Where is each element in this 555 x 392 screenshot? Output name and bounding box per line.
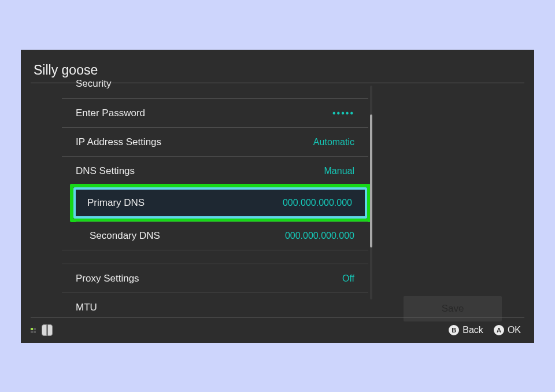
hint-label: Back: [462, 325, 483, 335]
row-label: MTU: [76, 302, 97, 313]
row-value: 000.000.000.000: [283, 198, 352, 208]
scrollbar[interactable]: [370, 86, 372, 299]
scrollbar-thumb[interactable]: [370, 114, 372, 247]
a-button-icon: A: [494, 325, 504, 335]
footer: B Back A OK: [31, 317, 524, 343]
controller-icon: [42, 324, 53, 336]
row-value: Automatic: [313, 137, 354, 147]
hint-label: OK: [508, 325, 521, 335]
row-value: Off: [342, 273, 354, 284]
hint-back[interactable]: B Back: [449, 325, 483, 335]
controller-status: [31, 324, 53, 336]
row-security[interactable]: Security: [62, 69, 368, 98]
settings-window: Silly goose Security Enter Password ••••…: [21, 50, 534, 343]
row-label: Security: [76, 78, 111, 90]
main-content: Security Enter Password ••••• IP Address…: [21, 83, 534, 317]
divider: [62, 250, 368, 264]
row-value: 000.000.000.000: [285, 231, 354, 241]
row-ip-settings[interactable]: IP Address Settings Automatic: [62, 127, 368, 156]
footer-hints: B Back A OK: [449, 325, 524, 335]
row-label: Enter Password: [76, 108, 145, 119]
row-primary-dns[interactable]: Primary DNS 000.000.000.000: [73, 187, 367, 219]
hint-ok[interactable]: A OK: [494, 325, 521, 335]
b-button-icon: B: [449, 325, 459, 335]
row-value: •••••: [332, 108, 354, 119]
settings-list: Security Enter Password ••••• IP Address…: [62, 83, 368, 317]
row-dns-settings[interactable]: DNS Settings Manual: [62, 156, 368, 185]
row-label: DNS Settings: [76, 165, 135, 177]
row-proxy-settings[interactable]: Proxy Settings Off: [62, 264, 368, 293]
row-label: Proxy Settings: [76, 273, 139, 284]
row-enter-password[interactable]: Enter Password •••••: [62, 98, 368, 127]
row-label: IP Address Settings: [76, 136, 161, 148]
row-label: Secondary DNS: [90, 230, 160, 242]
player-indicator-icon: [31, 328, 36, 333]
annotation-highlight: Primary DNS 000.000.000.000: [70, 184, 371, 222]
side-panel: Save: [379, 83, 524, 317]
save-button-label: Save: [442, 303, 464, 315]
row-label: Primary DNS: [87, 197, 145, 209]
row-secondary-dns[interactable]: Secondary DNS 000.000.000.000: [76, 221, 368, 250]
row-value: Manual: [324, 166, 354, 176]
